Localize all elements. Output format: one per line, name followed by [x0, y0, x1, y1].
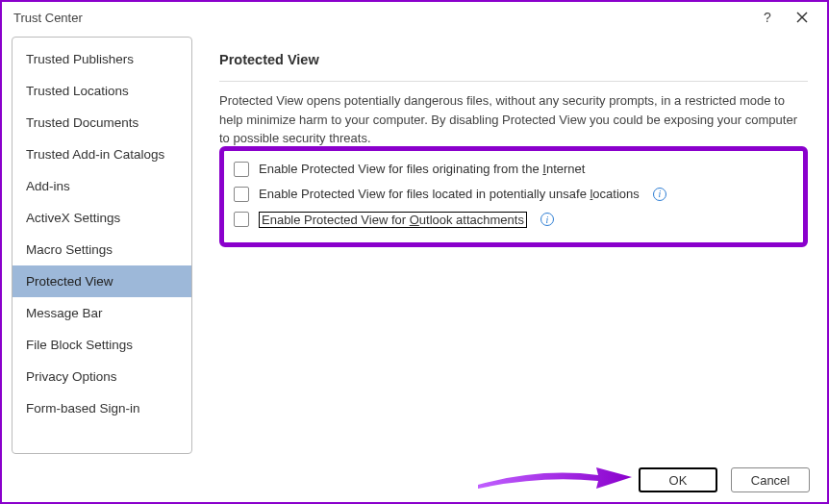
- info-icon[interactable]: i: [540, 213, 554, 226]
- sidebar-item-file-block-settings[interactable]: File Block Settings: [13, 329, 191, 361]
- sidebar-item-trusted-addin-catalogs[interactable]: Trusted Add-in Catalogs: [13, 139, 191, 170]
- sidebar-item-protected-view[interactable]: Protected View: [13, 265, 191, 297]
- sidebar-item-message-bar[interactable]: Message Bar: [13, 297, 191, 329]
- info-icon[interactable]: i: [653, 188, 666, 201]
- trust-center-dialog: Trust Center ? Trusted Publishers Truste…: [0, 0, 829, 504]
- window-title: Trust Center: [13, 11, 750, 25]
- sidebar-item-activex-settings[interactable]: ActiveX Settings: [13, 202, 191, 234]
- checkbox-icon[interactable]: [234, 212, 249, 227]
- sidebar-item-trusted-publishers[interactable]: Trusted Publishers: [13, 43, 191, 75]
- dialog-footer: OK Cancel: [639, 467, 810, 492]
- checkbox-label: Enable Protected View for Outlook attach…: [259, 212, 527, 228]
- annotation-arrow-icon: [473, 458, 637, 496]
- checkbox-label: Enable Protected View for files originat…: [259, 162, 585, 176]
- sidebar-item-form-based-signin[interactable]: Form-based Sign-in: [13, 392, 191, 424]
- ok-button[interactable]: OK: [639, 467, 717, 492]
- section-description: Protected View opens potentially dangero…: [219, 91, 808, 148]
- sidebar-item-add-ins[interactable]: Add-ins: [13, 170, 191, 202]
- sidebar-item-macro-settings[interactable]: Macro Settings: [13, 234, 191, 265]
- sidebar-item-trusted-documents[interactable]: Trusted Documents: [13, 107, 191, 139]
- close-button[interactable]: [785, 4, 819, 31]
- checkbox-label: Enable Protected View for files located …: [259, 187, 640, 201]
- checkbox-icon[interactable]: [234, 187, 249, 202]
- section-heading: Protected View: [219, 52, 808, 67]
- dialog-body: Trusted Publishers Trusted Locations Tru…: [2, 33, 827, 454]
- sidebar-item-trusted-locations[interactable]: Trusted Locations: [13, 75, 191, 107]
- cancel-button[interactable]: Cancel: [731, 467, 810, 492]
- option-protected-view-unsafe-locations[interactable]: Enable Protected View for files located …: [234, 182, 793, 207]
- close-icon: [796, 12, 808, 23]
- checkbox-icon[interactable]: [234, 162, 249, 177]
- titlebar: Trust Center ?: [2, 2, 827, 33]
- option-protected-view-internet[interactable]: Enable Protected View for files originat…: [234, 157, 793, 182]
- option-protected-view-outlook-attachments[interactable]: Enable Protected View for Outlook attach…: [234, 207, 793, 233]
- help-button[interactable]: ?: [750, 4, 785, 31]
- sidebar-item-privacy-options[interactable]: Privacy Options: [13, 361, 191, 392]
- content-pane: Protected View Protected View opens pote…: [192, 37, 817, 454]
- divider: [219, 81, 808, 82]
- sidebar: Trusted Publishers Trusted Locations Tru…: [12, 37, 192, 454]
- annotation-highlight-box: Enable Protected View for files originat…: [219, 146, 808, 247]
